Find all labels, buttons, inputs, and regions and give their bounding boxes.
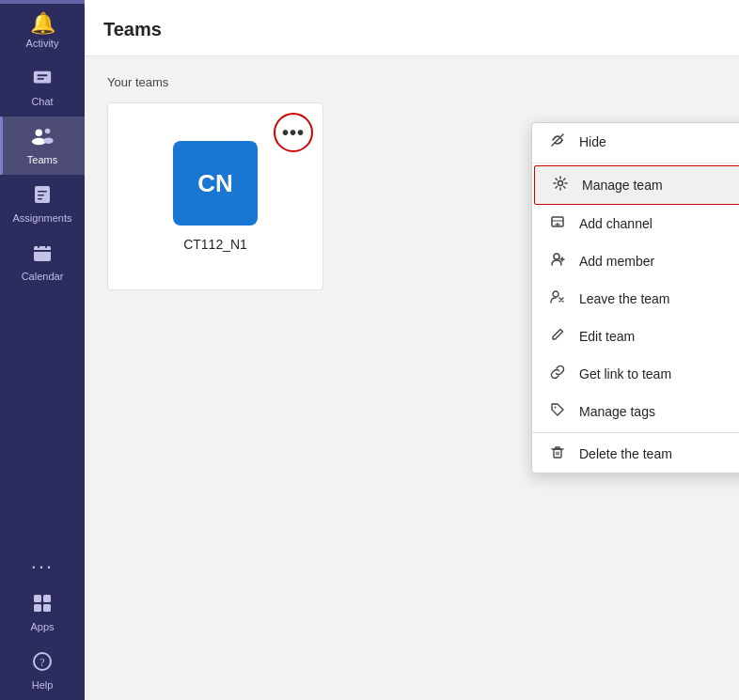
svg-rect-1 (38, 74, 48, 76)
sidebar-item-apps[interactable]: Apps (0, 583, 85, 642)
svg-rect-12 (34, 250, 51, 252)
gear-icon (550, 176, 571, 194)
menu-item-hide[interactable]: Hide (532, 123, 739, 161)
menu-label-delete-team: Delete the team (579, 446, 672, 461)
svg-point-22 (558, 181, 563, 186)
menu-label-leave-team: Leave the team (579, 291, 670, 306)
menu-label-add-channel: Add channel (579, 216, 653, 231)
team-name: CT112_N1 (183, 237, 247, 252)
svg-rect-18 (43, 604, 51, 612)
menu-item-leave-team[interactable]: Leave the team (532, 280, 739, 318)
sidebar-label-teams: Teams (27, 154, 57, 165)
team-card[interactable]: CN CT112_N1 ••• (107, 102, 323, 290)
menu-label-hide: Hide (579, 134, 606, 149)
sidebar-bottom: ... Apps ? Help (0, 540, 85, 700)
svg-rect-17 (34, 604, 41, 612)
svg-text:?: ? (39, 656, 44, 669)
activity-icon: 🔔 (30, 13, 55, 34)
menu-divider-1 (532, 163, 739, 163)
link-icon (547, 365, 568, 383)
calendar-icon (32, 242, 53, 267)
svg-rect-0 (34, 71, 51, 84)
top-bar: Teams (85, 0, 739, 56)
tag-icon (547, 402, 568, 421)
sidebar-label-chat: Chat (31, 96, 53, 107)
channel-icon (547, 214, 568, 233)
more-dots: ... (31, 550, 54, 574)
svg-rect-10 (38, 198, 42, 200)
svg-point-6 (43, 137, 53, 144)
edit-icon (547, 327, 568, 346)
your-teams-label: Your teams (107, 75, 716, 89)
sidebar-item-more[interactable]: ... (0, 540, 85, 583)
sidebar-label-calendar: Calendar (22, 271, 64, 282)
svg-rect-15 (34, 595, 41, 602)
sidebar-item-help[interactable]: ? Help (0, 642, 85, 700)
menu-item-manage-team[interactable]: Manage team (534, 165, 739, 205)
hide-icon (547, 132, 568, 151)
leave-icon (547, 289, 568, 308)
svg-rect-14 (45, 244, 47, 248)
svg-point-5 (32, 138, 46, 145)
menu-label-get-link: Get link to team (579, 366, 671, 381)
member-icon (547, 252, 568, 271)
menu-item-edit-team[interactable]: Edit team (532, 318, 739, 355)
menu-item-add-channel[interactable]: Add channel (532, 205, 739, 242)
chat-icon (32, 68, 53, 92)
sidebar-item-teams[interactable]: Teams (0, 117, 85, 175)
sidebar-item-assignments[interactable]: Assignments (0, 175, 85, 233)
context-menu: Hide Manage team Add (531, 122, 739, 474)
sidebar-label-help: Help (32, 679, 54, 691)
svg-point-3 (36, 130, 42, 136)
svg-point-31 (555, 407, 557, 409)
svg-point-27 (554, 254, 559, 259)
three-dots-button[interactable]: ••• (274, 113, 313, 152)
menu-item-get-link[interactable]: Get link to team (532, 355, 739, 393)
sidebar: 🔔 Activity Chat Teams (0, 0, 85, 700)
sidebar-label-assignments: Assignments (13, 212, 72, 224)
trash-icon (547, 444, 568, 463)
svg-point-30 (553, 291, 558, 297)
menu-item-add-member[interactable]: Add member (532, 242, 739, 280)
menu-label-manage-tags: Manage tags (579, 404, 655, 419)
three-dots-icon: ••• (282, 122, 305, 144)
menu-item-manage-tags[interactable]: Manage tags (532, 393, 739, 430)
page-title: Teams (103, 19, 162, 40)
svg-rect-2 (38, 78, 44, 80)
sidebar-item-calendar[interactable]: Calendar (0, 233, 85, 291)
sidebar-label-apps: Apps (30, 621, 54, 632)
sidebar-label-activity: Activity (26, 38, 59, 49)
menu-label-add-member: Add member (579, 254, 654, 269)
svg-rect-11 (34, 246, 51, 261)
svg-point-4 (45, 129, 51, 134)
menu-item-delete-team[interactable]: Delete the team (532, 435, 739, 473)
svg-rect-13 (38, 244, 39, 248)
svg-rect-32 (554, 449, 561, 458)
apps-icon (32, 593, 53, 617)
sidebar-item-activity[interactable]: 🔔 Activity (0, 4, 85, 58)
svg-rect-8 (38, 191, 47, 193)
assignments-icon (33, 184, 52, 209)
menu-divider-2 (532, 432, 739, 433)
svg-rect-9 (38, 194, 44, 196)
main-content: Teams Your teams CN CT112_N1 ••• Hid (85, 0, 739, 700)
menu-label-edit-team: Edit team (579, 329, 635, 344)
help-icon: ? (32, 651, 53, 676)
menu-label-manage-team: Manage team (582, 178, 663, 193)
team-avatar: CN (173, 141, 258, 226)
teams-icon (30, 126, 55, 150)
sidebar-item-chat[interactable]: Chat (0, 58, 85, 117)
svg-rect-16 (43, 595, 51, 602)
